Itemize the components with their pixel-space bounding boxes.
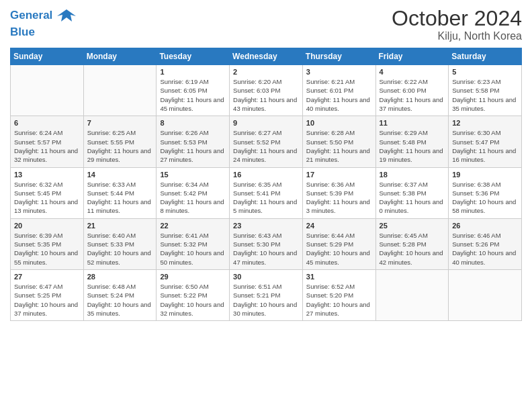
calendar-cell: 30Sunrise: 6:51 AMSunset: 5:21 PMDayligh… xyxy=(230,269,303,320)
day-header-saturday: Saturday xyxy=(449,48,522,65)
calendar-cell: 7Sunrise: 6:25 AMSunset: 5:55 PMDaylight… xyxy=(83,116,157,167)
day-detail: Sunrise: 6:23 AMSunset: 5:58 PMDaylight:… xyxy=(452,77,518,113)
day-detail: Sunrise: 6:20 AMSunset: 6:03 PMDaylight:… xyxy=(233,77,299,113)
calendar-cell xyxy=(83,65,157,116)
day-header-tuesday: Tuesday xyxy=(157,48,230,65)
day-number: 31 xyxy=(306,273,372,281)
calendar-cell: 8Sunrise: 6:26 AMSunset: 5:53 PMDaylight… xyxy=(157,116,230,167)
day-detail: Sunrise: 6:43 AMSunset: 5:30 PMDaylight:… xyxy=(233,231,299,267)
day-number: 10 xyxy=(306,119,372,127)
calendar-cell: 6Sunrise: 6:24 AMSunset: 5:57 PMDaylight… xyxy=(11,116,84,167)
calendar-cell: 3Sunrise: 6:21 AMSunset: 6:01 PMDaylight… xyxy=(302,65,375,116)
day-detail: Sunrise: 6:21 AMSunset: 6:01 PMDaylight:… xyxy=(306,77,372,113)
day-detail: Sunrise: 6:44 AMSunset: 5:29 PMDaylight:… xyxy=(306,231,372,267)
calendar-cell: 20Sunrise: 6:39 AMSunset: 5:35 PMDayligh… xyxy=(11,218,84,269)
day-number: 11 xyxy=(380,119,445,127)
day-detail: Sunrise: 6:26 AMSunset: 5:53 PMDaylight:… xyxy=(160,128,226,164)
calendar-cell: 18Sunrise: 6:37 AMSunset: 5:38 PMDayligh… xyxy=(375,167,449,218)
logo-line2: Blue xyxy=(10,26,76,39)
day-detail: Sunrise: 6:25 AMSunset: 5:55 PMDaylight:… xyxy=(87,128,153,164)
calendar-cell: 24Sunrise: 6:44 AMSunset: 5:29 PMDayligh… xyxy=(302,218,375,269)
day-number: 27 xyxy=(14,273,80,281)
calendar-table: SundayMondayTuesdayWednesdayThursdayFrid… xyxy=(10,48,522,321)
calendar-cell: 14Sunrise: 6:33 AMSunset: 5:44 PMDayligh… xyxy=(83,167,157,218)
day-detail: Sunrise: 6:41 AMSunset: 5:32 PMDaylight:… xyxy=(160,231,226,267)
day-number: 4 xyxy=(380,68,445,76)
logo-text: General xyxy=(10,7,76,26)
logo-bird-icon xyxy=(57,7,76,26)
day-number: 12 xyxy=(452,119,518,127)
day-number: 23 xyxy=(233,222,299,230)
day-header-monday: Monday xyxy=(83,48,157,65)
day-detail: Sunrise: 6:24 AMSunset: 5:57 PMDaylight:… xyxy=(14,128,80,164)
day-detail: Sunrise: 6:29 AMSunset: 5:48 PMDaylight:… xyxy=(380,128,445,164)
calendar-cell: 27Sunrise: 6:47 AMSunset: 5:25 PMDayligh… xyxy=(11,269,84,320)
day-header-sunday: Sunday xyxy=(11,48,84,65)
day-header-friday: Friday xyxy=(375,48,449,65)
calendar-cell: 10Sunrise: 6:28 AMSunset: 5:50 PMDayligh… xyxy=(302,116,375,167)
day-number: 24 xyxy=(306,222,372,230)
calendar-cell: 26Sunrise: 6:46 AMSunset: 5:26 PMDayligh… xyxy=(449,218,522,269)
day-number: 9 xyxy=(233,119,299,127)
calendar-cell: 12Sunrise: 6:30 AMSunset: 5:47 PMDayligh… xyxy=(449,116,522,167)
day-detail: Sunrise: 6:30 AMSunset: 5:47 PMDaylight:… xyxy=(452,128,518,164)
calendar-cell: 15Sunrise: 6:34 AMSunset: 5:42 PMDayligh… xyxy=(157,167,230,218)
day-number: 17 xyxy=(306,171,372,179)
day-number: 26 xyxy=(452,222,518,230)
day-number: 13 xyxy=(14,171,80,179)
calendar-cell: 4Sunrise: 6:22 AMSunset: 6:00 PMDaylight… xyxy=(375,65,449,116)
day-number: 21 xyxy=(87,222,153,230)
week-row-2: 6Sunrise: 6:24 AMSunset: 5:57 PMDaylight… xyxy=(11,116,522,167)
day-number: 5 xyxy=(452,68,518,76)
day-number: 30 xyxy=(233,273,299,281)
day-number: 28 xyxy=(87,273,153,281)
week-row-1: 1Sunrise: 6:19 AMSunset: 6:05 PMDaylight… xyxy=(11,65,522,116)
day-detail: Sunrise: 6:34 AMSunset: 5:42 PMDaylight:… xyxy=(160,180,226,216)
day-number: 29 xyxy=(160,273,226,281)
week-row-3: 13Sunrise: 6:32 AMSunset: 5:45 PMDayligh… xyxy=(11,167,522,218)
day-detail: Sunrise: 6:40 AMSunset: 5:33 PMDaylight:… xyxy=(87,231,153,267)
day-detail: Sunrise: 6:47 AMSunset: 5:25 PMDaylight:… xyxy=(14,282,80,318)
calendar-cell: 5Sunrise: 6:23 AMSunset: 5:58 PMDaylight… xyxy=(449,65,522,116)
week-row-4: 20Sunrise: 6:39 AMSunset: 5:35 PMDayligh… xyxy=(11,218,522,269)
day-detail: Sunrise: 6:35 AMSunset: 5:41 PMDaylight:… xyxy=(233,180,299,216)
day-number: 3 xyxy=(306,68,372,76)
location: Kilju, North Korea xyxy=(392,30,522,42)
day-header-wednesday: Wednesday xyxy=(230,48,303,65)
day-detail: Sunrise: 6:50 AMSunset: 5:22 PMDaylight:… xyxy=(160,282,226,318)
svg-marker-0 xyxy=(57,9,76,21)
day-detail: Sunrise: 6:22 AMSunset: 6:00 PMDaylight:… xyxy=(380,77,445,113)
calendar-cell: 22Sunrise: 6:41 AMSunset: 5:32 PMDayligh… xyxy=(157,218,230,269)
calendar-cell xyxy=(375,269,449,320)
day-detail: Sunrise: 6:39 AMSunset: 5:35 PMDaylight:… xyxy=(14,231,80,267)
calendar-cell: 11Sunrise: 6:29 AMSunset: 5:48 PMDayligh… xyxy=(375,116,449,167)
header-row: SundayMondayTuesdayWednesdayThursdayFrid… xyxy=(11,48,522,65)
day-detail: Sunrise: 6:37 AMSunset: 5:38 PMDaylight:… xyxy=(380,180,445,216)
day-detail: Sunrise: 6:52 AMSunset: 5:20 PMDaylight:… xyxy=(306,282,372,318)
day-detail: Sunrise: 6:46 AMSunset: 5:26 PMDaylight:… xyxy=(452,231,518,267)
day-number: 20 xyxy=(14,222,80,230)
calendar-cell: 2Sunrise: 6:20 AMSunset: 6:03 PMDaylight… xyxy=(230,65,303,116)
day-detail: Sunrise: 6:36 AMSunset: 5:39 PMDaylight:… xyxy=(306,180,372,216)
calendar-cell: 17Sunrise: 6:36 AMSunset: 5:39 PMDayligh… xyxy=(302,167,375,218)
calendar-cell: 31Sunrise: 6:52 AMSunset: 5:20 PMDayligh… xyxy=(302,269,375,320)
calendar-cell xyxy=(449,269,522,320)
calendar-cell: 19Sunrise: 6:38 AMSunset: 5:36 PMDayligh… xyxy=(449,167,522,218)
day-number: 14 xyxy=(87,171,153,179)
calendar-cell: 13Sunrise: 6:32 AMSunset: 5:45 PMDayligh… xyxy=(11,167,84,218)
week-row-5: 27Sunrise: 6:47 AMSunset: 5:25 PMDayligh… xyxy=(11,269,522,320)
day-detail: Sunrise: 6:28 AMSunset: 5:50 PMDaylight:… xyxy=(306,128,372,164)
day-number: 16 xyxy=(233,171,299,179)
day-detail: Sunrise: 6:48 AMSunset: 5:24 PMDaylight:… xyxy=(87,282,153,318)
day-detail: Sunrise: 6:32 AMSunset: 5:45 PMDaylight:… xyxy=(14,180,80,216)
calendar-cell: 23Sunrise: 6:43 AMSunset: 5:30 PMDayligh… xyxy=(230,218,303,269)
day-number: 6 xyxy=(14,119,80,127)
day-number: 15 xyxy=(160,171,226,179)
calendar-cell: 29Sunrise: 6:50 AMSunset: 5:22 PMDayligh… xyxy=(157,269,230,320)
calendar-cell: 9Sunrise: 6:27 AMSunset: 5:52 PMDaylight… xyxy=(230,116,303,167)
day-detail: Sunrise: 6:19 AMSunset: 6:05 PMDaylight:… xyxy=(160,77,226,113)
calendar-cell: 25Sunrise: 6:45 AMSunset: 5:28 PMDayligh… xyxy=(375,218,449,269)
day-number: 1 xyxy=(160,68,226,76)
day-detail: Sunrise: 6:38 AMSunset: 5:36 PMDaylight:… xyxy=(452,180,518,216)
day-number: 7 xyxy=(87,119,153,127)
